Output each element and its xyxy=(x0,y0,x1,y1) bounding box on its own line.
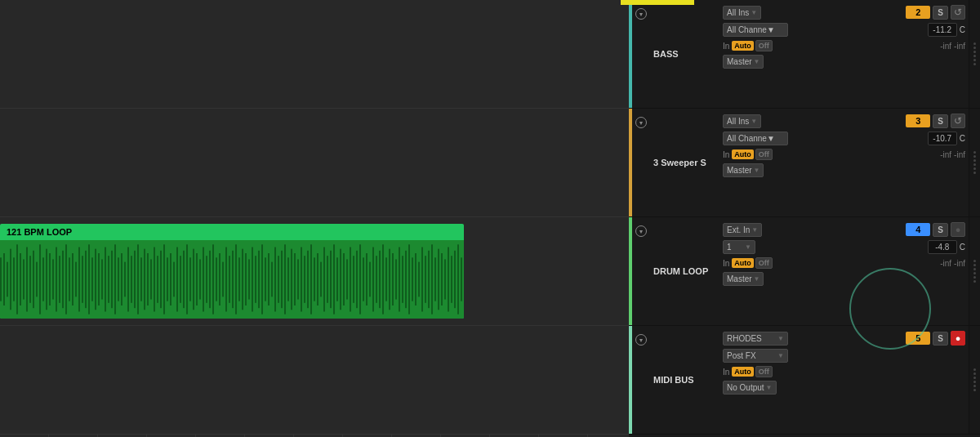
bass-track-number: 2 xyxy=(906,6,930,19)
sweeper-auto-button[interactable]: Auto xyxy=(732,149,754,159)
svg-rect-110 xyxy=(356,251,358,308)
midi-collapse-button[interactable]: ▼ xyxy=(635,334,647,346)
track-row-midi: ▼ MIDI BUS RHODES▼ 5 S ● Post xyxy=(629,326,980,435)
clip-label: 121 BPM LOOP xyxy=(7,227,72,237)
svg-rect-41 xyxy=(131,256,132,303)
svg-rect-60 xyxy=(193,249,194,310)
midi-controls: RHODES▼ 5 S ● Post FX▼ In Auto Of xyxy=(719,326,969,434)
svg-rect-2 xyxy=(3,253,5,305)
sweeper-arrow-icon: ▼ xyxy=(639,120,644,126)
sweeper-iao-row: In Auto Off -inf -inf xyxy=(723,149,965,160)
dot2 xyxy=(973,47,976,49)
svg-rect-93 xyxy=(301,247,302,312)
drum-off-button[interactable]: Off xyxy=(755,257,773,269)
svg-rect-122 xyxy=(395,259,397,299)
midi-auto-button[interactable]: Auto xyxy=(732,367,754,377)
svg-rect-103 xyxy=(333,244,335,314)
svg-rect-96 xyxy=(310,244,312,314)
svg-rect-116 xyxy=(376,256,377,303)
svg-rect-47 xyxy=(150,259,152,299)
main-container: 121 BPM LOOP // This will be rendered as… xyxy=(0,0,980,437)
sweeper-off-button[interactable]: Off xyxy=(755,149,773,160)
track-row-bass: ▼ BASS All Ins▼ 2 S ↺ All Chan xyxy=(629,0,980,109)
midi-channel-dropdown[interactable]: Post FX▼ xyxy=(723,349,788,363)
svg-rect-125 xyxy=(405,251,407,308)
drum-track-name: DRUM LOOP xyxy=(653,266,708,276)
drum-collapse-button[interactable]: ▼ xyxy=(635,225,647,237)
svg-rect-141 xyxy=(457,244,459,314)
bass-channel-row: All Channe▼ -11.2 C xyxy=(723,23,965,37)
svg-rect-63 xyxy=(203,247,204,312)
svg-rect-25 xyxy=(78,247,80,312)
drum-s-button[interactable]: S xyxy=(933,223,948,237)
sweeper-s-button[interactable]: S xyxy=(933,114,948,128)
dot5 xyxy=(973,59,976,61)
svg-rect-5 xyxy=(13,257,15,301)
drum-icon-button[interactable]: ● xyxy=(951,222,965,237)
svg-rect-130 xyxy=(421,247,423,312)
drum-gain-value: -4.8 xyxy=(928,240,957,254)
dot1 xyxy=(973,42,976,45)
midi-icon-button[interactable]: ● xyxy=(951,331,965,346)
bass-channel-dropdown[interactable]: All Channe▼ xyxy=(723,23,788,37)
svg-rect-121 xyxy=(392,253,394,305)
bass-output-dropdown[interactable]: Master▼ xyxy=(723,55,764,69)
drum-auto-button[interactable]: Auto xyxy=(732,258,754,268)
bass-s-button[interactable]: S xyxy=(933,6,948,20)
svg-rect-3 xyxy=(7,262,8,297)
bass-iao-wrap: Auto Off xyxy=(732,40,773,51)
sweeper-name-area: 3 Sweeper S xyxy=(650,109,719,216)
drum-channel-dropdown[interactable]: 1▼ xyxy=(723,240,755,254)
svg-rect-75 xyxy=(242,249,243,310)
svg-rect-131 xyxy=(425,256,426,303)
drum-arrow-area: ▼ xyxy=(632,217,650,325)
bass-input-dropdown[interactable]: All Ins▼ xyxy=(723,6,761,20)
svg-rect-74 xyxy=(238,257,240,301)
svg-rect-85 xyxy=(274,247,276,312)
svg-rect-8 xyxy=(23,259,24,299)
svg-rect-76 xyxy=(245,253,247,305)
bass-collapse-button[interactable]: ▼ xyxy=(635,8,647,20)
svg-rect-38 xyxy=(121,253,122,305)
svg-rect-26 xyxy=(82,256,83,303)
svg-rect-108 xyxy=(350,247,351,312)
svg-rect-136 xyxy=(441,253,443,305)
svg-rect-107 xyxy=(346,259,348,299)
audio-clip[interactable]: 121 BPM LOOP // This will be rendered as… xyxy=(0,224,464,319)
svg-rect-94 xyxy=(304,256,305,303)
sweeper-output-dropdown[interactable]: Master▼ xyxy=(723,163,764,177)
sweeper-channel-dropdown[interactable]: All Channe▼ xyxy=(723,132,788,145)
midi-off-button[interactable]: Off xyxy=(755,366,773,377)
bass-icon-button[interactable]: ↺ xyxy=(951,5,965,20)
midi-iao-wrap: Auto Off xyxy=(732,366,773,377)
drum-input-row: Ext. In▼ 4 S ● xyxy=(723,222,965,237)
svg-rect-34 xyxy=(108,256,109,303)
svg-rect-56 xyxy=(180,256,181,303)
svg-rect-36 xyxy=(114,244,116,314)
arrangement-track-midi xyxy=(0,326,629,435)
svg-rect-100 xyxy=(323,247,325,312)
midi-iao-row: In Auto Off xyxy=(723,366,965,377)
svg-rect-102 xyxy=(330,251,332,308)
sweeper-icon-button[interactable]: ↺ xyxy=(951,114,965,128)
sweeper-scroll-dots xyxy=(969,109,980,216)
svg-rect-43 xyxy=(137,244,139,314)
midi-input-dropdown[interactable]: RHODES▼ xyxy=(723,332,788,346)
svg-rect-1 xyxy=(0,257,2,301)
bass-off-button[interactable]: Off xyxy=(755,40,773,51)
midi-s-button[interactable]: S xyxy=(933,332,948,346)
svg-rect-40 xyxy=(127,247,129,312)
svg-rect-83 xyxy=(268,253,270,305)
sweeper-channel-row: All Channe▼ -10.7 C xyxy=(723,132,965,145)
sweeper-arrow-area: ▼ xyxy=(632,109,650,216)
sweeper-input-dropdown[interactable]: All Ins▼ xyxy=(723,114,761,128)
svg-rect-67 xyxy=(216,257,217,301)
drum-output-dropdown[interactable]: Master▼ xyxy=(723,272,764,286)
sweeper-collapse-button[interactable]: ▼ xyxy=(635,117,647,128)
bass-auto-button[interactable]: Auto xyxy=(732,41,754,51)
midi-output-dropdown[interactable]: No Output▼ xyxy=(723,381,777,395)
sweeper-input-row: All Ins▼ 3 S ↺ xyxy=(723,114,965,128)
drum-input-dropdown[interactable]: Ext. In▼ xyxy=(723,223,762,237)
midi-arrow-area: ▼ xyxy=(632,326,650,434)
svg-rect-29 xyxy=(91,257,93,301)
